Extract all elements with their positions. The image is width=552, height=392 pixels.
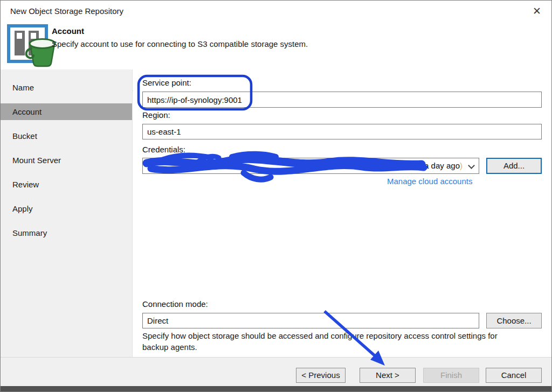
wizard-header: Account Specify account to use for conne…: [1, 22, 551, 69]
sidebar-item-review[interactable]: Review: [1, 176, 132, 193]
credentials-paren: ): [460, 161, 463, 170]
help-line-2: backup agents.: [142, 341, 498, 353]
step-subtitle: Specify account to use for connecting to…: [52, 39, 308, 48]
wizard-content: Service point: Region: Credentials: last…: [133, 69, 552, 357]
connection-mode-label: Connection mode:: [142, 299, 208, 309]
previous-button[interactable]: < Previous: [296, 368, 346, 383]
credentials-dropdown[interactable]: last edited: less than a day ago): [142, 158, 479, 174]
close-icon[interactable]: ✕: [530, 4, 544, 18]
connection-mode-help: Specify how object storage should be acc…: [142, 330, 498, 353]
choose-connection-mode-button[interactable]: Choose...: [486, 313, 542, 328]
sidebar-item-account[interactable]: Account: [1, 103, 132, 120]
window-bottom-edge: [1, 386, 551, 391]
region-label: Region:: [142, 110, 170, 120]
sidebar-item-apply[interactable]: Apply: [1, 200, 132, 217]
title-bar: New Object Storage Repository ✕: [1, 1, 551, 22]
sidebar-item-bucket[interactable]: Bucket: [1, 128, 132, 144]
add-credentials-button[interactable]: Add...: [486, 158, 542, 174]
help-line-1: Specify how object storage should be acc…: [142, 330, 498, 341]
next-button[interactable]: Next >: [360, 368, 416, 383]
wizard-footer: < Previous Next > Finish Cancel: [1, 357, 551, 387]
step-title: Account: [52, 26, 84, 36]
sidebar-item-name[interactable]: Name: [1, 79, 132, 96]
connection-mode-input[interactable]: [142, 313, 479, 328]
manage-cloud-accounts-link[interactable]: Manage cloud accounts: [387, 177, 472, 186]
sidebar-item-mount-server[interactable]: Mount Server: [1, 152, 132, 169]
credentials-label: Credentials:: [142, 145, 185, 154]
wizard-window: New Object Storage Repository ✕ Account …: [0, 0, 552, 392]
window-title: New Object Storage Repository: [10, 6, 123, 16]
service-point-input[interactable]: [142, 92, 542, 108]
cancel-button[interactable]: Cancel: [486, 368, 542, 383]
object-storage-bucket-icon: [6, 24, 59, 69]
sidebar-item-summary[interactable]: Summary: [1, 225, 132, 241]
credentials-last-edited: last edited: less than a day ago): [348, 158, 463, 173]
key-icon: [146, 160, 156, 171]
finish-button[interactable]: Finish: [423, 368, 479, 383]
chevron-down-icon[interactable]: [468, 162, 475, 169]
region-input[interactable]: [142, 124, 542, 139]
wizard-steps-sidebar: Name Account Bucket Mount Server Review …: [1, 69, 133, 357]
service-point-label: Service point:: [142, 78, 191, 87]
